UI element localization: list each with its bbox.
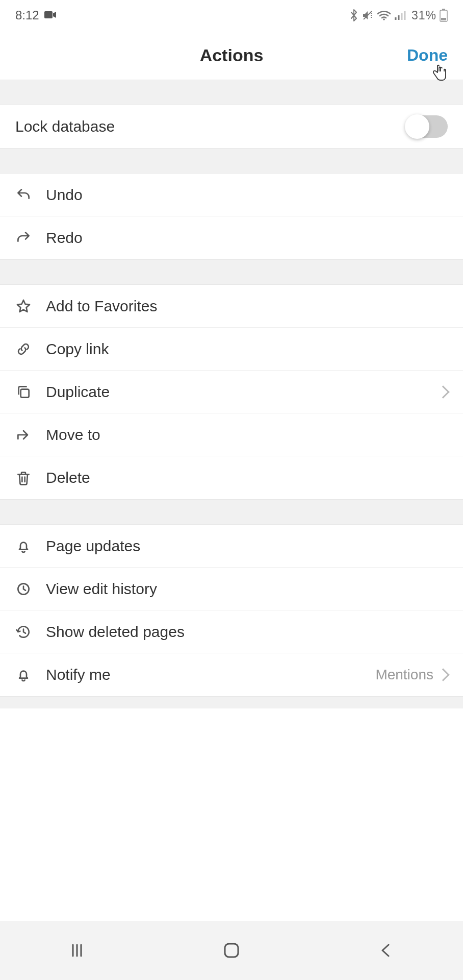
- toggle-knob: [405, 114, 429, 139]
- arrow-move-icon: [15, 427, 46, 443]
- notify-me-row[interactable]: Notify me Mentions: [0, 653, 463, 696]
- recents-button[interactable]: [62, 935, 92, 966]
- status-time: 8:12: [15, 8, 39, 22]
- section-gap: [0, 148, 463, 174]
- section-gap: [0, 259, 463, 285]
- svg-rect-7: [404, 11, 406, 20]
- section-gap: [0, 80, 463, 105]
- star-icon: [15, 298, 46, 314]
- svg-rect-4: [395, 17, 397, 20]
- copy-link-row[interactable]: Copy link: [0, 328, 463, 371]
- lock-database-row[interactable]: Lock database: [0, 105, 463, 148]
- copy-link-label: Copy link: [46, 340, 448, 358]
- section-gap: [0, 499, 463, 525]
- add-to-favorites-row[interactable]: Add to Favorites: [0, 285, 463, 328]
- redo-label: Redo: [46, 229, 448, 247]
- chevron-right-icon: [439, 387, 448, 397]
- svg-rect-6: [401, 13, 403, 20]
- android-navbar: [0, 921, 463, 980]
- undo-label: Undo: [46, 186, 448, 204]
- duplicate-icon: [15, 384, 46, 400]
- home-button[interactable]: [216, 935, 247, 966]
- status-icons: 31%: [349, 9, 448, 22]
- lock-database-label: Lock database: [15, 118, 408, 135]
- bell-icon: [15, 538, 46, 554]
- link-icon: [15, 341, 46, 357]
- notifications-group: Page updates View edit history Show dele…: [0, 525, 463, 696]
- svg-rect-11: [21, 389, 29, 397]
- delete-row[interactable]: Delete: [0, 456, 463, 499]
- bell-icon: [15, 667, 46, 683]
- svg-rect-16: [225, 944, 238, 957]
- battery-icon: [440, 9, 448, 22]
- actions-header: Actions Done: [0, 31, 463, 80]
- show-deleted-pages-row[interactable]: Show deleted pages: [0, 610, 463, 653]
- section-gap: [0, 696, 463, 708]
- undo-row[interactable]: Undo: [0, 174, 463, 216]
- duplicate-label: Duplicate: [46, 383, 439, 401]
- view-edit-history-label: View edit history: [46, 580, 448, 598]
- clock-icon: [15, 581, 46, 597]
- history-group: Undo Redo: [0, 174, 463, 259]
- delete-label: Delete: [46, 469, 448, 486]
- redo-icon: [15, 230, 46, 246]
- move-to-label: Move to: [46, 426, 448, 444]
- page-updates-row[interactable]: Page updates: [0, 525, 463, 568]
- svg-rect-5: [398, 15, 400, 20]
- add-to-favorites-label: Add to Favorites: [46, 298, 448, 315]
- svg-point-3: [383, 18, 385, 20]
- trash-icon: [15, 470, 46, 486]
- show-deleted-pages-label: Show deleted pages: [46, 623, 448, 641]
- notify-me-label: Notify me: [46, 666, 375, 683]
- chevron-right-icon: [436, 668, 449, 681]
- undo-icon: [15, 187, 46, 203]
- move-to-row[interactable]: Move to: [0, 413, 463, 456]
- history-restore-icon: [15, 624, 46, 640]
- vibrate-mute-icon: [362, 9, 374, 21]
- wifi-icon: [377, 10, 391, 21]
- notify-me-value: Mentions: [375, 667, 433, 683]
- svg-rect-10: [441, 18, 446, 20]
- page-actions-group: Add to Favorites Copy link Duplicate Mov…: [0, 285, 463, 499]
- page-updates-label: Page updates: [46, 537, 448, 555]
- cursor-hand-icon: [430, 62, 448, 84]
- duplicate-row[interactable]: Duplicate: [0, 371, 463, 413]
- lock-database-toggle[interactable]: [408, 115, 448, 138]
- battery-percent: 31%: [411, 9, 436, 22]
- back-button[interactable]: [371, 935, 401, 966]
- camera-icon: [44, 8, 57, 22]
- page-title: Actions: [200, 45, 264, 65]
- svg-rect-0: [44, 11, 53, 18]
- done-button[interactable]: Done: [407, 46, 448, 65]
- redo-row[interactable]: Redo: [0, 216, 463, 259]
- signal-icon: [394, 10, 406, 20]
- view-edit-history-row[interactable]: View edit history: [0, 568, 463, 610]
- bluetooth-icon: [349, 9, 358, 22]
- status-bar: 8:12 31%: [0, 0, 463, 31]
